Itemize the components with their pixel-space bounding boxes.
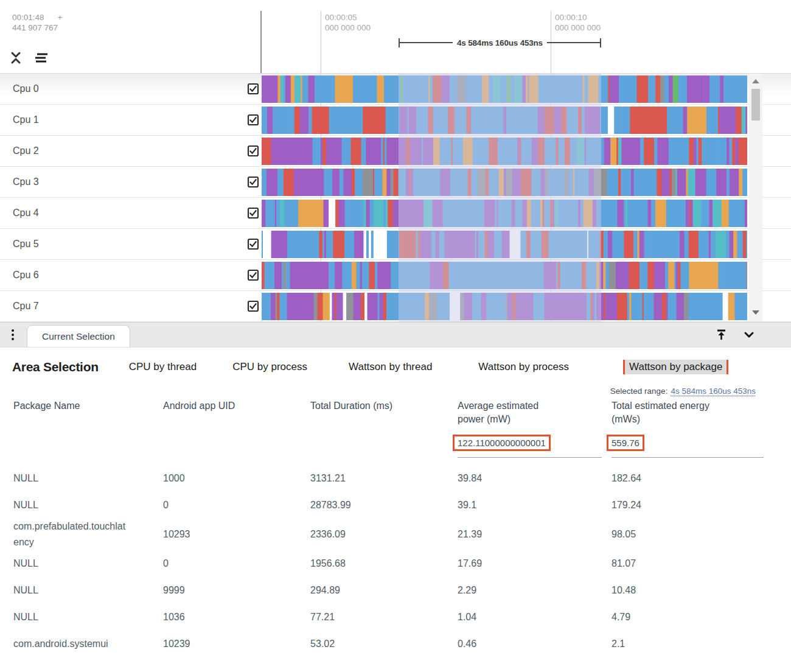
tab-current-selection[interactable]: Current Selection: [27, 325, 130, 347]
marker-right-cap: [600, 38, 601, 47]
cpu-track-row: Cpu 2: [0, 136, 791, 167]
cell-total-duration: 2336.09: [310, 527, 458, 542]
panel-tab-wattson-by-package[interactable]: Wattson by package: [623, 360, 728, 374]
cell-android-app-uid: 1036: [163, 609, 310, 625]
marker-duration-label: 4s 584ms 160us 453ns: [457, 38, 543, 47]
track-timeline-area: [262, 260, 791, 290]
track-name: Cpu 1: [13, 114, 39, 125]
track-checkbox[interactable]: [247, 83, 259, 95]
cell-total-energy: 10.48: [612, 583, 764, 598]
cell-package-name: com.prefabulated.touchlatency: [13, 519, 163, 550]
checkbox-checked-icon: [247, 114, 259, 126]
cpu-track-row: Cpu 7: [0, 291, 791, 322]
track-timeline-area: [262, 136, 791, 166]
cell-total-energy: 179.24: [612, 497, 764, 513]
panel-tab-cpu-by-thread[interactable]: CPU by thread: [129, 361, 197, 373]
cpu-track-row: Cpu 4: [0, 198, 791, 229]
table-summary-row: 122.11000000000001 559.76: [13, 435, 791, 458]
selected-range-link[interactable]: 4s 584ms 160us 453ns: [671, 387, 756, 396]
trace-viewer-app: 00:01:48 + 441 907 767 00:00:05000: [0, 0, 791, 657]
cpu-track-row: Cpu 3: [0, 167, 791, 198]
checkbox-checked-icon: [247, 145, 259, 157]
panel-tab-wattson-by-process[interactable]: Wattson by process: [478, 361, 569, 373]
tick-label: 00:00:10000 000 000: [555, 12, 601, 33]
cell-total-energy: 81.07: [612, 556, 764, 572]
table-row: NULL01956.6817.6981.07: [13, 550, 791, 577]
column-header-package-name[interactable]: Package Name: [13, 399, 163, 426]
table-row: NULL103677.211.044.79: [13, 604, 791, 631]
cpu-track-row: Cpu 5: [0, 229, 791, 260]
column-header-total-duration[interactable]: Total Duration (ms): [310, 399, 458, 426]
track-checkbox[interactable]: [247, 300, 259, 312]
selection-duration-marker: 4s 584ms 160us 453ns: [399, 38, 601, 47]
cpu-track-row: Cpu 1: [0, 105, 791, 136]
column-header-total-energy[interactable]: Total estimated energy (mWs): [612, 399, 714, 426]
track-name: Cpu 0: [13, 83, 39, 94]
panel-title: Area Selection: [12, 360, 99, 374]
cell-android-app-uid: 1000: [163, 471, 310, 486]
cell-total-duration: 1956.68: [310, 556, 458, 572]
track-checkbox[interactable]: [247, 238, 259, 250]
table-row: NULL10003131.2139.84182.64: [13, 465, 791, 492]
column-header-android-app-uid[interactable]: Android app UID: [163, 399, 310, 426]
track-checkbox[interactable]: [247, 207, 259, 219]
cpu-slices-canvas[interactable]: [262, 75, 747, 103]
cell-package-name: NULL: [13, 471, 163, 486]
track-label-area[interactable]: Cpu 1: [0, 105, 262, 135]
track-label-area[interactable]: Cpu 0: [0, 74, 262, 104]
dock-panel-to-top-button[interactable]: [713, 327, 729, 343]
cell-android-app-uid: 10293: [163, 527, 310, 542]
cpu-slices-canvas[interactable]: [262, 107, 747, 134]
track-checkbox[interactable]: [247, 114, 259, 126]
collapse-icon: [9, 51, 23, 65]
table-row: NULL9999294.892.2910.48: [13, 577, 791, 604]
cell-package-name: NULL: [13, 583, 163, 598]
track-checkbox[interactable]: [247, 269, 259, 281]
track-checkbox[interactable]: [247, 176, 259, 188]
checkbox-checked-icon: [247, 238, 259, 250]
chevron-down-icon: [742, 328, 756, 341]
cpu-slices-canvas[interactable]: [262, 200, 747, 227]
track-label-area[interactable]: Cpu 2: [0, 136, 262, 166]
tracks-area: Cpu 0Cpu 1Cpu 2Cpu 3Cpu 4Cpu 5Cpu 6Cpu 7: [0, 73, 791, 322]
track-timeline-area: [262, 291, 791, 321]
track-name: Cpu 4: [13, 208, 39, 219]
track-checkbox[interactable]: [247, 145, 259, 157]
origin-plus: +: [58, 12, 63, 23]
panel-tab-cpu-by-process[interactable]: CPU by process: [232, 361, 307, 373]
scroll-down-arrow-icon[interactable]: [752, 310, 759, 315]
track-filter-button[interactable]: [33, 50, 49, 66]
cell-average-power: 21.39: [458, 527, 612, 542]
track-label-area[interactable]: Cpu 6: [0, 260, 262, 290]
collapse-panel-button[interactable]: [741, 327, 757, 343]
cpu-track-row: Cpu 6: [0, 260, 791, 291]
column-header-average-power[interactable]: Average estimated power (mW): [458, 399, 560, 426]
cell-package-name: NULL: [13, 609, 163, 625]
cpu-slices-canvas[interactable]: [262, 138, 747, 165]
scrollbar-thumb[interactable]: [751, 89, 760, 121]
tab-strip-menu-button[interactable]: [0, 323, 26, 347]
track-label-area[interactable]: Cpu 4: [0, 198, 262, 228]
table-row: com.prefabulated.touchlatency102932336.0…: [13, 519, 791, 550]
scroll-up-arrow-icon[interactable]: [752, 79, 759, 83]
track-name: Cpu 7: [13, 301, 39, 312]
cell-average-power: 17.69: [458, 556, 612, 572]
cpu-slices-canvas[interactable]: [262, 231, 747, 258]
cpu-slices-canvas[interactable]: [262, 262, 747, 289]
tracks-scrollbar[interactable]: [749, 74, 762, 321]
panel-tab-wattson-by-thread[interactable]: Wattson by thread: [349, 361, 432, 373]
origin-nanoseconds: 441 907 767: [12, 23, 62, 33]
track-label-area[interactable]: Cpu 7: [0, 291, 262, 321]
cpu-slices-canvas[interactable]: [262, 293, 747, 320]
cpu-slices-canvas[interactable]: [262, 169, 747, 196]
cell-total-duration: 294.89: [310, 583, 458, 598]
cell-android-app-uid: 9999: [163, 583, 310, 598]
tab-label: Current Selection: [42, 331, 115, 342]
track-timeline-area: [262, 229, 791, 259]
cell-package-name: NULL: [13, 497, 163, 513]
track-timeline-area: [262, 74, 791, 104]
checkbox-checked-icon: [247, 207, 259, 219]
collapse-tracks-button[interactable]: [8, 50, 24, 66]
track-label-area[interactable]: Cpu 5: [0, 229, 262, 259]
track-label-area[interactable]: Cpu 3: [0, 167, 262, 197]
